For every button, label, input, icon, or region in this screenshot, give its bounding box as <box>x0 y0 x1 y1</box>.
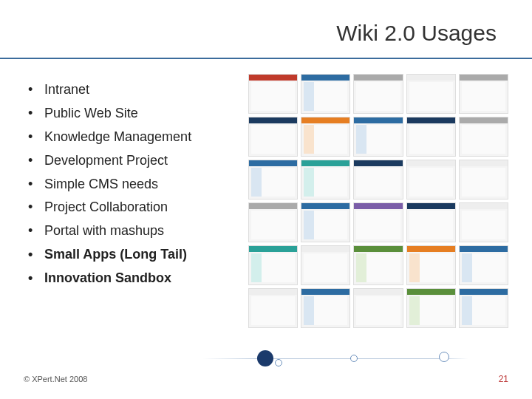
thumbnail <box>301 288 350 328</box>
thumbnail <box>406 117 456 157</box>
list-item: Intranet <box>24 80 191 100</box>
thumbnail <box>248 160 298 200</box>
page-title: Wiki 2.0 Usages <box>336 21 497 46</box>
thumbnail <box>406 288 456 328</box>
list-item-label: Project Collaboration <box>44 200 168 214</box>
thumbnail <box>248 288 298 328</box>
thumbnail <box>459 160 508 200</box>
usage-list: IntranetPublic Web SiteKnowledge Managem… <box>24 80 191 292</box>
list-item-label: Portal with mashups <box>44 223 164 238</box>
list-item-label: Small Apps (Long Tail) <box>44 247 187 262</box>
thumbnail <box>406 202 456 242</box>
list-item: Project Collaboration <box>24 197 191 218</box>
divider <box>0 58 532 59</box>
list-item-label: Public Web Site <box>44 106 138 120</box>
thumbnail <box>406 160 456 200</box>
thumbnail <box>406 74 456 114</box>
list-item-label: Knowledge Management <box>44 129 191 144</box>
thumbnail <box>301 74 350 114</box>
thumbnail <box>353 74 403 114</box>
list-item-label: Innovation Sandbox <box>44 270 171 285</box>
thumbnail <box>248 202 298 242</box>
thumbnail-grid <box>248 74 508 328</box>
thumbnail <box>248 245 298 285</box>
thumbnail <box>353 202 403 242</box>
thumbnail <box>353 288 403 328</box>
list-item: Simple CMS needs <box>24 174 191 195</box>
list-item: Development Project <box>24 151 191 171</box>
thumbnail <box>301 160 350 200</box>
slide: Wiki 2.0 Usages IntranetPublic Web SiteK… <box>0 0 532 399</box>
list-item: Knowledge Management <box>24 127 191 148</box>
thumbnail <box>459 202 508 242</box>
thumbnail <box>301 202 350 242</box>
list-item-label: Intranet <box>44 82 89 97</box>
thumbnail <box>406 245 456 285</box>
thumbnail <box>353 160 403 200</box>
thumbnail <box>353 245 403 285</box>
thumbnail <box>248 74 298 114</box>
list-item-label: Development Project <box>44 153 168 168</box>
thumbnail <box>459 245 508 285</box>
thumbnail <box>301 245 350 285</box>
list-item: Public Web Site <box>24 103 191 124</box>
copyright-text: © XPert.Net 2008 <box>24 375 87 383</box>
list-item: Innovation Sandbox <box>24 268 191 289</box>
thumbnail <box>301 117 350 157</box>
list-item: Portal with mashups <box>24 221 191 242</box>
thumbnail <box>459 117 508 157</box>
thumbnail <box>459 74 508 114</box>
decorative-circles <box>202 349 468 369</box>
list-item-label: Simple CMS needs <box>44 177 158 191</box>
content-area: IntranetPublic Web SiteKnowledge Managem… <box>24 80 191 292</box>
list-item: Small Apps (Long Tail) <box>24 245 191 265</box>
thumbnail <box>353 117 403 157</box>
thumbnail <box>459 288 508 328</box>
thumbnail <box>248 117 298 157</box>
page-number: 21 <box>499 374 508 384</box>
footer: © XPert.Net 2008 21 <box>24 374 508 384</box>
